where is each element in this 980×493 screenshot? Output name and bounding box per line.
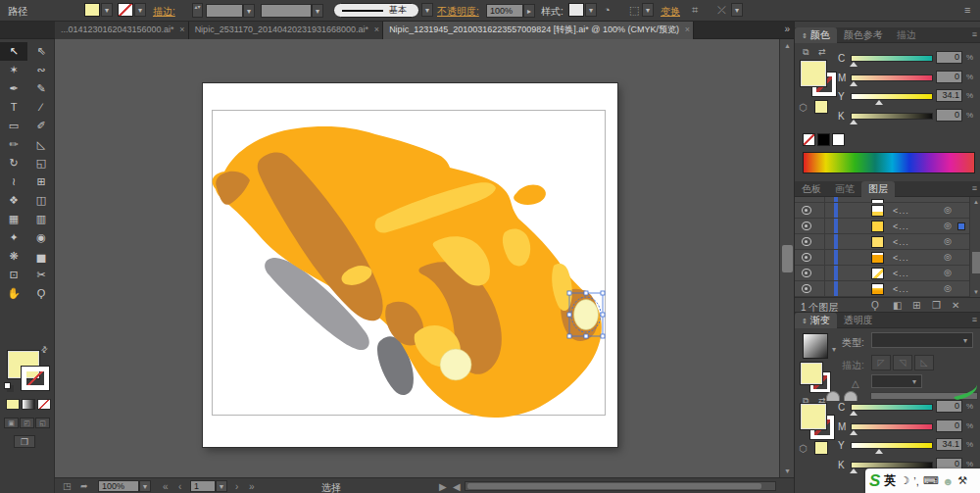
gradient-thumb-dropdown-icon[interactable]: ▾ bbox=[832, 345, 836, 354]
zoom-dropdown-icon[interactable]: ▼ bbox=[139, 480, 151, 492]
stroke-dropdown-icon[interactable]: ▾ bbox=[134, 3, 146, 17]
color-slider-thumb[interactable] bbox=[850, 430, 858, 435]
direct-selection-tool[interactable]: ⇖ bbox=[27, 42, 55, 61]
stroke-width-field[interactable] bbox=[206, 4, 243, 18]
color-slider-track[interactable] bbox=[851, 462, 933, 468]
vertical-scrollbar[interactable]: ▲ ▼ bbox=[779, 39, 794, 477]
color-slider-track[interactable] bbox=[851, 93, 933, 100]
first-artboard-icon[interactable]: « bbox=[163, 481, 169, 492]
target-circle-icon[interactable]: ◎ bbox=[944, 268, 952, 277]
artboard[interactable] bbox=[203, 83, 617, 447]
swap-colors-icon[interactable]: ⇄ bbox=[818, 47, 826, 57]
type-tool[interactable]: T bbox=[0, 98, 27, 117]
layer-thumbnail[interactable] bbox=[871, 205, 884, 217]
stroke-width-dropdown-icon[interactable]: ▾ bbox=[243, 4, 255, 18]
select-similar-dropdown-icon[interactable]: ▾ bbox=[642, 3, 654, 17]
selection-handle[interactable] bbox=[601, 291, 605, 295]
color-slider-thumb[interactable] bbox=[850, 81, 858, 86]
profile-dropdown-icon[interactable]: ▾ bbox=[312, 4, 323, 18]
blend-tool[interactable]: ◉ bbox=[27, 228, 55, 247]
canvas-pasteboard[interactable] bbox=[55, 39, 779, 477]
copy-color-icon[interactable]: ⧉ bbox=[803, 47, 808, 58]
scroll-down-icon[interactable]: ▼ bbox=[780, 468, 795, 474]
tab-close-icon[interactable]: × bbox=[374, 22, 379, 38]
current-color2-swatch[interactable] bbox=[814, 441, 828, 455]
color-value-field[interactable]: 0 bbox=[936, 51, 962, 64]
magic-wand-tool[interactable]: ✶ bbox=[0, 61, 27, 79]
mesh-tool[interactable]: ▦ bbox=[0, 210, 27, 228]
color-slider-track[interactable] bbox=[851, 423, 933, 430]
layers-scrollbar[interactable]: ▲ ▼ bbox=[969, 197, 980, 297]
visibility-eye-icon[interactable] bbox=[802, 253, 811, 262]
gradient-stroke-along-button[interactable]: ◹ bbox=[893, 355, 912, 370]
target-circle-icon[interactable]: ◎ bbox=[944, 252, 952, 262]
color-panel-menu-icon[interactable]: ≡ bbox=[972, 29, 977, 39]
target-circle-icon[interactable]: ◎ bbox=[944, 236, 952, 246]
opacity-link[interactable]: 不透明度: bbox=[437, 5, 479, 19]
none-swatch[interactable] bbox=[803, 133, 815, 146]
tab-layers[interactable]: 图层 bbox=[861, 181, 895, 197]
selection-handle[interactable] bbox=[567, 334, 571, 338]
color-slider-thumb[interactable] bbox=[875, 449, 883, 454]
document-tab[interactable]: Nipic_1231945_20100316223557009824 [转换].… bbox=[383, 22, 694, 39]
gradient-fill-well[interactable] bbox=[801, 363, 822, 384]
color-slider-track[interactable] bbox=[851, 74, 933, 81]
color-slider-track[interactable] bbox=[851, 55, 933, 62]
stroke-color-swatch[interactable] bbox=[118, 3, 133, 17]
target-circle-icon[interactable]: ◎ bbox=[944, 283, 952, 293]
rectangle-tool[interactable]: ▭ bbox=[0, 117, 27, 135]
gradient-tool[interactable]: ▥ bbox=[27, 210, 55, 228]
paintbrush-tool[interactable]: ✐ bbox=[27, 117, 55, 135]
layer-row[interactable]: <...◎ bbox=[795, 281, 980, 297]
curvature-tool[interactable]: ✎ bbox=[27, 79, 55, 98]
color-slider-track[interactable] bbox=[851, 113, 933, 120]
color-slider-track[interactable] bbox=[851, 404, 933, 411]
shape-builder-tool[interactable]: ❖ bbox=[0, 191, 27, 210]
layer-row[interactable]: <...◎ bbox=[795, 250, 980, 266]
layers-scroll-thumb[interactable] bbox=[972, 252, 980, 273]
new-sublayer-icon[interactable]: ⊞ bbox=[912, 300, 920, 311]
layer-thumbnail[interactable] bbox=[871, 236, 884, 248]
delete-layer-icon[interactable]: ✕ bbox=[952, 300, 959, 311]
collapse-icon[interactable]: ⇕ bbox=[802, 318, 808, 324]
make-clip-mask-icon[interactable]: ◧ bbox=[893, 300, 902, 311]
scroll-up-icon[interactable]: ▲ bbox=[780, 42, 795, 49]
target-circle-icon[interactable]: ◎ bbox=[944, 205, 952, 215]
style-dropdown-icon[interactable]: ▾ bbox=[585, 3, 597, 17]
last-artboard-icon[interactable]: » bbox=[249, 481, 255, 492]
gamut-cube2-icon[interactable]: ⬡ bbox=[799, 443, 808, 454]
color-value-field[interactable]: 0 bbox=[936, 109, 962, 122]
color-slider-track[interactable] bbox=[851, 442, 933, 449]
color-value-field[interactable]: 0 bbox=[936, 419, 962, 432]
current-color-swatch[interactable] bbox=[814, 100, 828, 114]
layer-row[interactable]: <...◎ bbox=[795, 203, 980, 219]
symbol-sprayer-tool[interactable]: ❋ bbox=[0, 247, 27, 266]
color-slider-thumb[interactable] bbox=[850, 411, 858, 416]
tab-swatches[interactable]: 色板 bbox=[795, 181, 828, 197]
status-export-icon[interactable]: ➦ bbox=[80, 481, 88, 491]
hscroll-right-icon[interactable]: ▶ bbox=[439, 481, 447, 492]
selection-handle[interactable] bbox=[567, 291, 571, 295]
zoom-tool[interactable]: Ϙ bbox=[27, 284, 55, 303]
tab-gradient[interactable]: ⇕ 渐变 bbox=[795, 313, 837, 328]
hscroll-left-icon[interactable]: ◀ bbox=[453, 481, 461, 492]
visibility-eye-icon[interactable] bbox=[802, 237, 811, 246]
ime-language-toggle[interactable]: 英 bbox=[884, 472, 896, 489]
tab-color[interactable]: ⇕ 颜色 bbox=[795, 27, 837, 43]
eraser-tool[interactable]: ◺ bbox=[27, 135, 55, 154]
color-slider-thumb[interactable] bbox=[850, 468, 858, 473]
layer-row[interactable]: <...◎ bbox=[795, 219, 980, 234]
prev-artboard-icon[interactable]: ‹ bbox=[178, 481, 181, 492]
settings-wrench-icon[interactable]: ⚒ bbox=[957, 474, 967, 487]
visibility-eye-icon[interactable] bbox=[802, 206, 811, 215]
recolor-artwork-icon[interactable]: ◔ bbox=[604, 4, 611, 16]
gradient-stroke-across-button[interactable]: ◺ bbox=[914, 355, 934, 370]
selection-handle[interactable] bbox=[601, 313, 605, 317]
gradient-angle-dropdown-icon[interactable]: ▾ bbox=[912, 377, 916, 386]
vertical-scroll-thumb[interactable] bbox=[782, 245, 793, 272]
tab-stroke[interactable]: 描边 bbox=[890, 27, 923, 43]
visibility-eye-icon[interactable] bbox=[802, 284, 811, 293]
stroke-link[interactable]: 描边: bbox=[153, 5, 175, 19]
gradient-thumbnail[interactable] bbox=[803, 333, 828, 359]
layer-thumbnail[interactable] bbox=[871, 221, 884, 232]
